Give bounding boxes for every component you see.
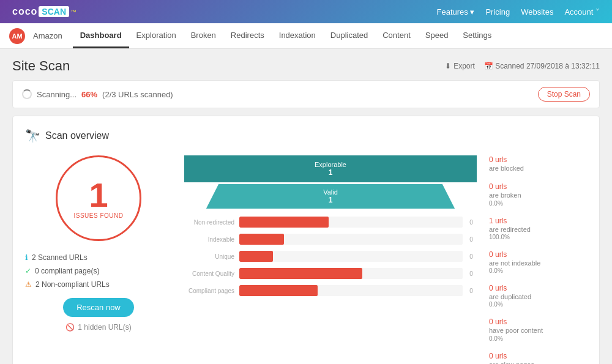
explorable-value: 1: [329, 168, 333, 177]
compliant-pages-stat: 0 compliant page(s): [35, 267, 99, 275]
tab-broken[interactable]: Broken: [184, 23, 223, 48]
stat-count-5: 0 urls: [489, 318, 587, 326]
stat-count-1: 0 urls: [489, 182, 587, 191]
stat-desc-2: are redirected: [489, 225, 587, 234]
overview-body: 1 ISSUES FOUND ℹ 2 Scanned URLs ✓ 0 comp…: [25, 155, 587, 364]
warning-icon: ⚠: [25, 280, 32, 289]
sub-nav-items: Dashboard Exploration Broken Redirects I…: [73, 23, 499, 48]
scanning-text: Scanning... 66% (2/3 URLs scanned): [22, 89, 173, 99]
scan-overview-title: 🔭 Scan overview: [25, 128, 587, 143]
explorable-label: Explorable: [315, 161, 346, 168]
tab-content[interactable]: Content: [375, 23, 418, 48]
progress-fill-0: [239, 217, 329, 228]
progress-fill-1: [239, 234, 284, 245]
stop-scan-button[interactable]: Stop Scan: [538, 87, 590, 102]
stat-desc-6: are slow pages: [489, 360, 587, 364]
stat-desc-0: are blocked: [489, 164, 587, 173]
account-link[interactable]: Account ˅: [564, 7, 600, 17]
funnel-label-3: Content Quality: [184, 270, 239, 277]
top-nav-links: Features ▾ Pricing Websites Account ˅: [437, 7, 600, 17]
list-item: ⚠ 2 Non-compliant URLs: [25, 280, 172, 289]
funnel-row-4: Compliant pages 0: [184, 283, 477, 298]
stat-desc-1: are broken: [489, 191, 587, 199]
page-header: Site Scan ⬇ Export 📅 Scanned 27/09/2018 …: [12, 58, 600, 74]
tab-indexation[interactable]: Indexation: [272, 23, 323, 48]
funnel-row-3: Content Quality 0: [184, 266, 477, 281]
valid-funnel: Valid 1: [206, 184, 455, 209]
funnel-progress-2: [239, 249, 463, 264]
funnel-row-0: Non-redirected 0: [184, 215, 477, 229]
eye-slash-icon: 🚫: [65, 323, 75, 332]
info-icon: ℹ: [25, 253, 28, 262]
export-button[interactable]: ⬇ Export: [445, 62, 475, 70]
funnel-progress-3: [239, 266, 463, 281]
page-title: Site Scan: [12, 58, 70, 74]
tab-exploration[interactable]: Exploration: [129, 23, 184, 48]
funnel-label-1: Indexable: [184, 236, 239, 243]
stat-item-5: 0 urls have poor content 0.0%: [489, 318, 587, 341]
tab-settings[interactable]: Settings: [455, 23, 499, 48]
middle-panel: Explorable 1 Valid 1 Non-redirected: [184, 155, 477, 364]
progress-bg-0: [239, 217, 463, 228]
export-label: Export: [453, 62, 475, 70]
rescan-button[interactable]: Rescan now: [63, 298, 134, 317]
stat-item-4: 0 urls are duplicated 0.0%: [489, 284, 587, 308]
funnel-value-0: 0: [466, 219, 477, 226]
scan-overview: 🔭 Scan overview 1 ISSUES FOUND ℹ 2 Scann…: [12, 116, 600, 364]
scanning-detail: (2/3 URLs scanned): [102, 90, 173, 99]
left-panel: 1 ISSUES FOUND ℹ 2 Scanned URLs ✓ 0 comp…: [25, 155, 172, 364]
list-item: ℹ 2 Scanned URLs: [25, 253, 172, 262]
stat-item-6: 0 urls are slow pages 0.0%: [489, 352, 587, 364]
stat-desc-3: are not indexable: [489, 259, 587, 267]
stat-pct-5: 0.0%: [489, 335, 587, 342]
issues-label: ISSUES FOUND: [73, 212, 123, 219]
logo-coco: coco: [12, 6, 37, 17]
scanned-urls-stat: 2 Scanned URLs: [32, 253, 88, 262]
stats-list: ℹ 2 Scanned URLs ✓ 0 compliant page(s) ⚠…: [25, 253, 172, 289]
stat-desc-4: are duplicated: [489, 292, 587, 301]
check-icon: ✓: [25, 267, 31, 275]
binoculars-icon: 🔭: [25, 128, 40, 143]
explorable-bar: Explorable 1: [184, 155, 477, 182]
valid-value: 1: [329, 196, 333, 204]
spinner-icon: [22, 89, 32, 99]
funnel-progress-4: [239, 283, 463, 298]
right-panel: 0 urls are blocked 0 urls are broken 0.0…: [489, 155, 587, 364]
funnel-value-2: 0: [466, 253, 477, 260]
tab-duplicated[interactable]: Duplicated: [323, 23, 375, 48]
scan-timestamp: 📅 Scanned 27/09/2018 à 13:32:11: [484, 62, 600, 70]
scanning-label: Scanning...: [37, 90, 76, 99]
stat-item-3: 0 urls are not indexable 0.0%: [489, 250, 587, 274]
non-compliant-stat: 2 Non-compliant URLs: [35, 280, 110, 289]
valid-label: Valid: [323, 188, 338, 196]
progress-bg-4: [239, 285, 463, 296]
funnel-progress-0: [239, 215, 463, 229]
stat-pct-4: 0.0%: [489, 301, 587, 308]
stat-count-6: 0 urls: [489, 352, 587, 360]
progress-fill-3: [239, 268, 362, 279]
valid-bar: Valid 1: [184, 184, 477, 209]
stat-item-2: 1 urls are redirected 100.0%: [489, 217, 587, 240]
calendar-icon: 📅: [484, 62, 493, 70]
logo[interactable]: cocoSCAN™: [12, 6, 76, 17]
progress-fill-2: [239, 251, 273, 262]
logo-scan: SCAN: [39, 6, 69, 17]
stat-desc-5: have poor content: [489, 326, 587, 335]
main-content: Site Scan ⬇ Export 📅 Scanned 27/09/2018 …: [0, 49, 612, 364]
websites-link[interactable]: Websites: [521, 7, 553, 17]
sub-navigation: AM Amazon Dashboard Exploration Broken R…: [0, 23, 612, 49]
tab-redirects[interactable]: Redirects: [223, 23, 272, 48]
stat-count-3: 0 urls: [489, 250, 587, 259]
pricing-link[interactable]: Pricing: [485, 7, 510, 17]
stat-pct-2: 100.0%: [489, 234, 587, 240]
tab-speed[interactable]: Speed: [418, 23, 456, 48]
tab-dashboard[interactable]: Dashboard: [73, 23, 129, 48]
funnel-value-4: 0: [466, 288, 477, 294]
funnel-row-2: Unique 0: [184, 249, 477, 264]
site-name: Amazon: [33, 31, 62, 40]
funnel-label-0: Non-redirected: [184, 219, 239, 226]
features-link[interactable]: Features ▾: [437, 7, 475, 17]
hidden-urls: 🚫 1 hidden URL(s): [25, 323, 172, 332]
progress-bg-3: [239, 268, 463, 279]
funnel-value-3: 0: [466, 270, 477, 277]
